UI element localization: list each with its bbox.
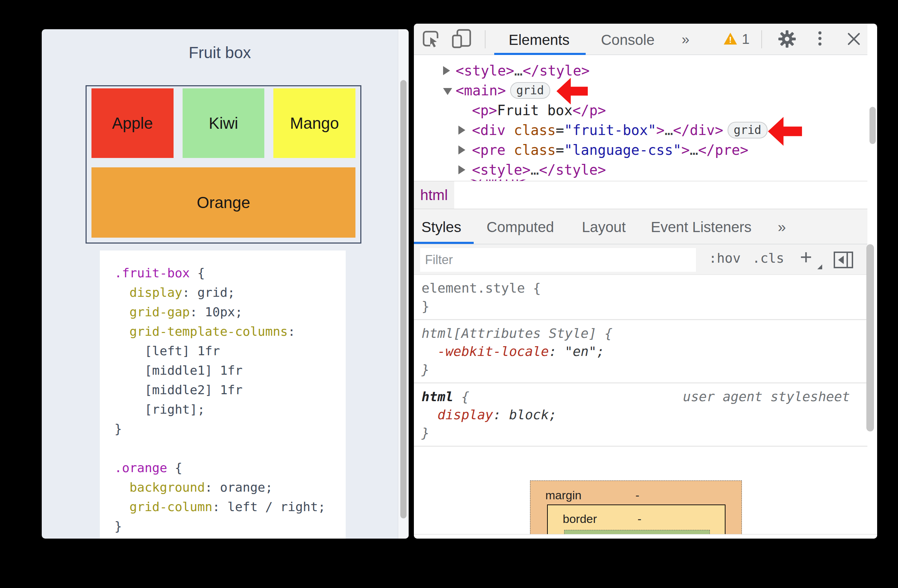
more-tabs-icon[interactable]: » — [682, 32, 689, 47]
grid-badge[interactable]: grid — [727, 122, 767, 139]
red-arrow-annotation — [557, 78, 588, 106]
styles-pane: element.style { } html[Attributes Style]… — [414, 275, 867, 534]
styles-scrollbar-thumb[interactable] — [866, 244, 874, 431]
tab-elements[interactable]: Elements — [509, 32, 569, 48]
tab-computed[interactable]: Computed — [487, 219, 554, 236]
code-selector: .fruit-box — [114, 266, 190, 280]
fruit-cell-kiwi: Kiwi — [183, 88, 264, 158]
warning-count[interactable]: 1 — [742, 31, 749, 47]
box-model-margin-value[interactable]: - — [635, 488, 639, 502]
rule-selector: html[Attributes Style] { — [421, 324, 850, 342]
css-value: : block; — [493, 407, 557, 422]
tab-console[interactable]: Console — [601, 32, 655, 48]
toggle-sidebar-icon[interactable] — [833, 251, 853, 270]
tab-event-listeners[interactable]: Event Listeners — [651, 219, 752, 236]
expander-closed-icon[interactable] — [443, 66, 456, 75]
rule-user-agent[interactable]: html { user agent stylesheet display: bl… — [414, 383, 867, 447]
fruit-cell-orange: Orange — [91, 167, 355, 238]
fruit-box-demo: Apple Kiwi Mango Orange — [86, 85, 361, 243]
box-model-padding[interactable] — [564, 530, 710, 534]
devtools-footer — [414, 534, 877, 539]
page-scrollbar-track[interactable] — [398, 29, 409, 539]
dom-row-style-head[interactable]: <style>…</style> — [414, 60, 867, 80]
more-tabs-icon[interactable]: » — [778, 219, 786, 236]
grid-badge[interactable]: grid — [510, 82, 550, 99]
code-property: background — [114, 480, 205, 494]
code-property: grid-gap — [114, 305, 190, 319]
breadcrumb-item-html[interactable]: html — [414, 181, 454, 209]
tab-styles[interactable]: Styles — [421, 219, 461, 236]
close-icon[interactable] — [846, 31, 861, 48]
toggle-class-button[interactable]: .cls — [752, 251, 784, 266]
box-model-border-value[interactable]: - — [638, 512, 641, 526]
expander-open-icon[interactable] — [443, 86, 456, 95]
devtools-window: Elements Console » ! 1 — [414, 24, 877, 539]
css-property: display — [421, 407, 493, 422]
code-property: display — [114, 285, 182, 300]
code-selector: .orange — [114, 461, 167, 475]
dom-tree: <style>…</style> <main> grid <p>Fruit bo… — [414, 55, 867, 186]
box-model-margin[interactable]: margin - border - — [530, 480, 742, 534]
rule-element-style[interactable]: element.style { } — [414, 275, 867, 320]
css-value: : "en"; — [549, 344, 604, 359]
toolbar-separator — [485, 30, 486, 48]
expander-closed-icon[interactable] — [458, 165, 472, 174]
fruit-cell-apple: Apple — [91, 88, 174, 158]
red-arrow-annotation — [768, 117, 802, 147]
css-property: -webkit-locale — [421, 344, 549, 359]
devtools-toolbar: Elements Console » ! 1 — [414, 24, 867, 55]
breadcrumb: html — [414, 181, 867, 209]
stylesheet-origin: user agent stylesheet — [683, 388, 850, 406]
box-model-border-label: border — [563, 512, 597, 526]
code-property: grid-template-columns — [114, 324, 288, 339]
rule-attributes-style[interactable]: html[Attributes Style] { -webkit-locale:… — [414, 320, 867, 383]
device-toolbar-icon[interactable] — [451, 29, 472, 50]
sidebar-tab-bar: Styles Computed Layout Event Listeners » — [414, 209, 867, 244]
code-property: grid-column — [114, 500, 212, 514]
css-code-block: .fruit-box { display: grid; grid-gap: 10… — [100, 251, 346, 539]
new-style-rule-button[interactable]: + — [800, 245, 812, 269]
fruit-cell-mango: Mango — [274, 88, 355, 158]
rule-selector: html — [421, 389, 461, 404]
inspect-element-icon[interactable] — [422, 30, 440, 49]
box-model-border[interactable]: border - — [547, 505, 726, 534]
styles-filter-input[interactable] — [420, 248, 696, 272]
expander-closed-icon[interactable] — [458, 126, 472, 135]
tab-layout[interactable]: Layout — [582, 219, 626, 236]
dom-scrollbar-thumb[interactable] — [869, 107, 876, 144]
rendered-page-window: Fruit box Apple Kiwi Mango Orange .fruit… — [42, 29, 409, 539]
page-title: Fruit box — [42, 43, 398, 62]
toolbar-separator — [761, 30, 762, 48]
page-scrollbar-thumb[interactable] — [400, 80, 407, 519]
box-model-margin-label: margin — [545, 488, 581, 502]
expander-closed-icon[interactable] — [458, 145, 472, 154]
dom-row-main[interactable]: <main> grid — [414, 80, 867, 100]
active-tab-underline — [414, 242, 474, 244]
toggle-pseudo-state-button[interactable]: :hov — [709, 251, 741, 266]
new-rule-dropdown-icon[interactable] — [817, 265, 822, 269]
settings-gear-icon[interactable] — [778, 30, 796, 49]
dom-row-style-inline[interactable]: <style>…</style> — [414, 160, 867, 180]
styles-filter-bar: :hov .cls + — [414, 244, 867, 275]
kebab-menu-icon[interactable] — [818, 29, 821, 48]
